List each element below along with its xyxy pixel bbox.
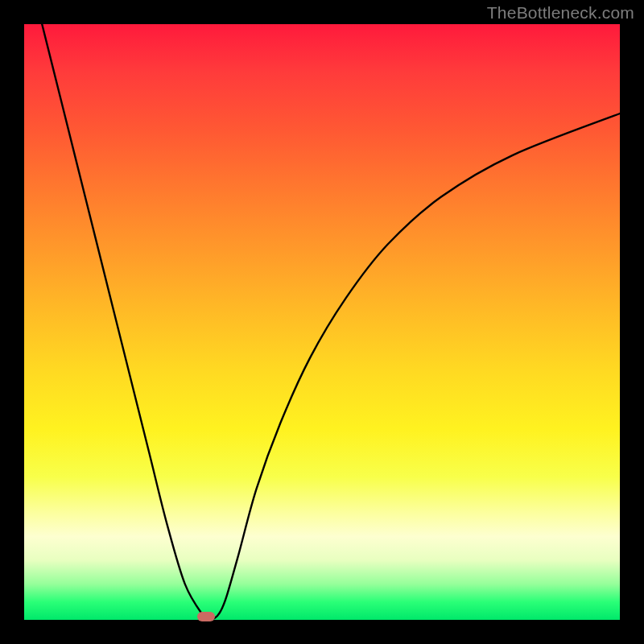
watermark-text: TheBottleneck.com — [487, 3, 634, 23]
min-marker — [197, 612, 215, 621]
bottleneck-curve — [24, 24, 620, 620]
chart-frame: TheBottleneck.com — [0, 0, 644, 644]
plot-area — [24, 24, 620, 620]
